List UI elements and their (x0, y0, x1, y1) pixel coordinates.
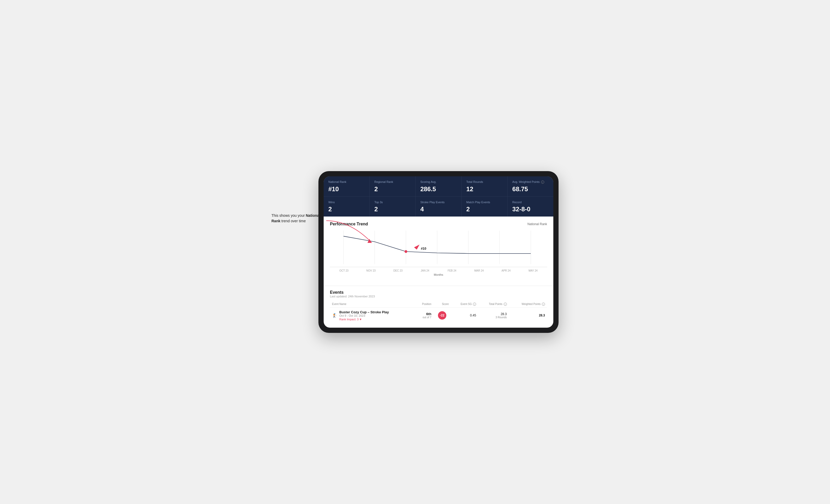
stat-record: Record 32-8-0 (508, 197, 553, 216)
stat-scoring-avg-value: 286.5 (420, 186, 456, 193)
chart-label-may24: MAY 24 (520, 269, 547, 272)
stat-scoring-avg: Scoring Avg. 286.5 (416, 176, 461, 196)
event-position: 6th (417, 312, 432, 316)
event-info: Buster Cozy Cup – Stroke Play Oct 9 - Oc… (339, 310, 389, 321)
col-position: Position (415, 301, 434, 308)
stat-stroke-play: Stroke Play Events 4 (416, 197, 461, 216)
event-total-points: 28.3 (480, 312, 507, 316)
chart-label-mar24: MAR 24 (466, 269, 493, 272)
stat-wins: Wins 2 (324, 197, 369, 216)
stats-header: National Rank #10 Regional Rank 2 Scorin… (324, 176, 553, 216)
event-weighted-points-cell: 28.3 (509, 307, 547, 324)
svg-marker-8 (414, 244, 419, 249)
stat-match-play-value: 2 (467, 206, 503, 213)
event-score-cell: -22 (434, 307, 451, 324)
stat-record-value: 32-8-0 (512, 206, 549, 213)
stat-top3s-value: 2 (374, 206, 411, 213)
table-row[interactable]: 🏌 Buster Cozy Cup – Stroke Play Oct 9 - … (330, 307, 547, 324)
svg-text:#10: #10 (421, 246, 426, 250)
stat-stroke-play-label: Stroke Play Events (420, 200, 456, 204)
chart-x-axis-title: Months (330, 273, 547, 276)
stat-regional-rank-value: 2 (374, 186, 411, 193)
chart-x-labels: OCT 23 NOV 23 DEC 23 JAN 24 FEB 24 MAR 2… (330, 269, 547, 272)
chart-data-point (405, 250, 407, 253)
event-position-sub: out of 7 (417, 316, 432, 319)
event-sg-info-icon: i (473, 303, 476, 306)
col-total-points: Total Points i (478, 301, 509, 308)
chart-label-nov23: NOV 23 (358, 269, 385, 272)
scene: This shows you your National Rank trend … (272, 171, 558, 333)
rank-impact-text: Rank Impact: 3 (339, 318, 359, 321)
stat-top3s: Top 3s 2 (370, 197, 415, 216)
total-points-info-icon: i (504, 303, 507, 306)
avg-weighted-info-icon: i (541, 180, 544, 183)
performance-title: Performance Trend (330, 222, 368, 227)
event-total-points-sub: 3 Rounds (480, 316, 507, 319)
stat-wins-label: Wins (328, 200, 364, 204)
col-event-name: Event Name (330, 301, 415, 308)
stat-wins-value: 2 (328, 206, 364, 213)
stat-stroke-play-value: 4 (420, 206, 456, 213)
tablet-screen: National Rank #10 Regional Rank 2 Scorin… (324, 176, 553, 328)
events-table-header-row: Event Name Position Score Event SG i Tot… (330, 301, 547, 308)
chart-svg: #10 (330, 231, 547, 267)
stat-avg-weighted: Avg. Weighted Points i 68.75 (508, 176, 553, 196)
performance-chart: #10 (330, 231, 547, 267)
stat-avg-weighted-value: 68.75 (512, 186, 549, 193)
col-event-sg: Event SG i (451, 301, 478, 308)
stat-regional-rank-label: Regional Rank (374, 180, 411, 183)
stat-match-play-label: Match Play Events (467, 200, 503, 204)
chart-label-jan24: JAN 24 (412, 269, 439, 272)
event-sg-cell: 0.45 (451, 307, 478, 324)
event-golf-icon: 🏌 (332, 313, 337, 318)
rank-impact-direction: ▼ (359, 318, 362, 321)
stat-national-rank: National Rank #10 (324, 176, 369, 196)
events-section: Events Last updated: 24th November 2023 … (324, 285, 553, 328)
stat-regional-rank: Regional Rank 2 (370, 176, 415, 196)
tablet-frame: National Rank #10 Regional Rank 2 Scorin… (318, 171, 558, 333)
event-total-points-cell: 28.3 3 Rounds (478, 307, 509, 324)
event-weighted-points: 28.3 (539, 313, 545, 317)
event-score-badge: -22 (438, 311, 446, 320)
events-title: Events (330, 290, 547, 295)
chart-label-apr24: APR 24 (492, 269, 520, 272)
stat-scoring-avg-label: Scoring Avg. (420, 180, 456, 183)
event-name: Buster Cozy Cup – Stroke Play (339, 310, 389, 314)
annotation-highlight: National Rank (272, 213, 320, 223)
stat-total-rounds: Total Rounds 12 (462, 176, 507, 196)
events-table-body: 🏌 Buster Cozy Cup – Stroke Play Oct 9 - … (330, 307, 547, 324)
event-date: Oct 9 - Oct 10, 2023 (339, 314, 389, 317)
annotation-text: This shows you your National Rank trend … (272, 213, 320, 223)
col-weighted-points: Weighted Points i (509, 301, 547, 308)
stat-total-rounds-value: 12 (467, 186, 503, 193)
stat-national-rank-value: #10 (328, 186, 364, 193)
performance-section: Performance Trend National Rank (324, 216, 553, 285)
event-name-container: 🏌 Buster Cozy Cup – Stroke Play Oct 9 - … (332, 310, 413, 321)
events-table: Event Name Position Score Event SG i Tot… (330, 301, 547, 324)
performance-label: National Rank (528, 222, 547, 226)
stat-national-rank-label: National Rank (328, 180, 364, 183)
event-rank-impact: Rank Impact: 3 ▼ (339, 318, 389, 321)
annotation: This shows you your National Rank trend … (272, 213, 329, 224)
chart-label-oct23: OCT 23 (330, 269, 358, 272)
event-name-cell: 🏌 Buster Cozy Cup – Stroke Play Oct 9 - … (330, 307, 415, 324)
performance-header: Performance Trend National Rank (330, 222, 547, 227)
chart-label-feb24: FEB 24 (439, 269, 466, 272)
stat-total-rounds-label: Total Rounds (467, 180, 503, 183)
events-last-updated: Last updated: 24th November 2023 (330, 295, 547, 298)
stat-top3s-label: Top 3s (374, 200, 411, 204)
stat-avg-weighted-label: Avg. Weighted Points i (512, 180, 549, 183)
events-table-head: Event Name Position Score Event SG i Tot… (330, 301, 547, 308)
col-score: Score (434, 301, 451, 308)
stat-record-label: Record (512, 200, 549, 204)
stat-match-play: Match Play Events 2 (462, 197, 507, 216)
chart-label-dec23: DEC 23 (384, 269, 412, 272)
weighted-points-info-icon: i (542, 303, 545, 306)
event-position-cell: 6th out of 7 (415, 307, 434, 324)
